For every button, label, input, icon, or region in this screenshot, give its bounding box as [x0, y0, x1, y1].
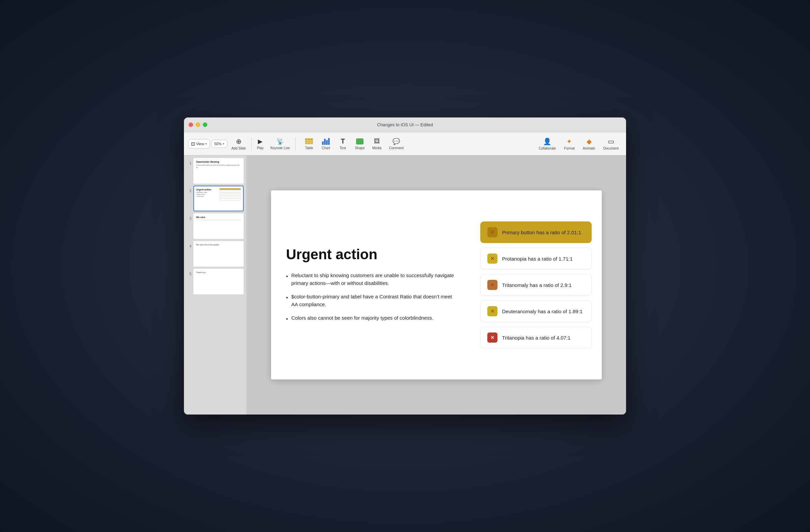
insert-group: Table Chart T Text [301, 136, 407, 151]
slide-number-5: 5 [187, 269, 191, 276]
slide-thumb-wrapper-1: 1 Stakeholder Meeting Lorem ipsum dolor … [187, 158, 244, 184]
keynote-live-button[interactable]: 📡 Keynote Live [268, 136, 293, 151]
slide-number-1: 1 [187, 158, 191, 165]
ratio-x-icon-3: ✕ [487, 280, 498, 290]
window-title: Changes to iOS UI — Edited [377, 122, 433, 127]
slide-panel: 1 Stakeholder Meeting Lorem ipsum dolor … [184, 155, 246, 415]
play-button[interactable]: ▶ Play [255, 136, 266, 151]
table-button[interactable]: Table [301, 136, 317, 151]
bullet-dot-1: • [286, 272, 288, 287]
comment-button[interactable]: 💬 Comment [386, 136, 407, 151]
shape-label: Shape [355, 146, 365, 150]
slide-number-3: 3 [187, 213, 191, 221]
text-label: Text [340, 146, 346, 150]
minimize-button[interactable] [196, 123, 200, 127]
slide4-title: We want this to be quality. [196, 244, 241, 246]
ratio-card-4: ✕ Deuteranomaly has a ratio of 1.89:1 [480, 301, 592, 322]
slide-thumb-wrapper-5: 5 Thank you. [187, 269, 244, 294]
play-label: Play [257, 146, 263, 150]
view-label: View [196, 142, 204, 146]
close-button[interactable] [189, 123, 193, 127]
add-slide-label: Add Slide [231, 146, 246, 150]
divider-1 [252, 137, 252, 150]
collaborate-button[interactable]: 👤 Collaborate [535, 136, 559, 151]
ratio-label-5: Tritanopia has a ratio of 4.07:1 [502, 335, 571, 341]
slide-thumbnail-5[interactable]: Thank you. [193, 269, 244, 294]
comment-label: Comment [389, 146, 404, 150]
slide-number-4: 4 [187, 241, 191, 248]
main-content: 1 Stakeholder Meeting Lorem ipsum dolor … [184, 155, 626, 415]
bullet-item-2: • $color-button-primary and label have a… [286, 293, 455, 308]
bullet-text-2: $color-button-primary and label have a C… [291, 293, 455, 308]
keynote-live-label: Keynote Live [270, 146, 290, 150]
slide-canvas: Urgent action • Reluctant to ship knowin… [271, 190, 602, 380]
ratio-x-icon-4: ✕ [487, 306, 498, 316]
bullet-dot-3: • [286, 315, 288, 323]
slide-thumbnail-1[interactable]: Stakeholder Meeting Lorem ipsum dolor si… [193, 158, 244, 184]
document-button[interactable]: ▭ Document [600, 136, 622, 151]
format-button[interactable]: ✦ Format [561, 136, 578, 151]
keynote-window: Changes to iOS UI — Edited ⊡ View ▾ 50% … [184, 117, 626, 415]
slide-main-title: Urgent action [286, 247, 455, 262]
slide-number-2: 2 [187, 186, 191, 193]
view-button[interactable]: ⊡ View ▾ [188, 139, 210, 148]
ratio-card-5: ✕ Tritanopia has a ratio of 4.07:1 [480, 327, 592, 348]
animate-button[interactable]: ◆ Animate [580, 136, 599, 151]
slide3-title: We care. [196, 216, 241, 219]
add-slide-button[interactable]: ⊕ Add Slide [229, 136, 249, 151]
slide-thumbnail-3[interactable]: We care. [193, 213, 244, 239]
ratio-label-1: Primary button has a ratio of 2.01:1 [502, 229, 581, 235]
ratio-card-3: ✕ Tritanomaly has a ratio of 2.9:1 [480, 274, 592, 296]
media-button[interactable]: 🖼 Media [369, 136, 385, 151]
maximize-button[interactable] [203, 123, 207, 127]
bullet-dot-2: • [286, 294, 288, 308]
media-label: Media [372, 146, 382, 150]
document-label: Document [603, 146, 619, 150]
canvas-area: Urgent action • Reluctant to ship knowin… [246, 155, 626, 415]
bullet-text-3: Colors also cannot be seen for majority … [291, 314, 455, 323]
toolbar: ⊡ View ▾ 50% ▾ ⊕ Add Slide ▶ Play 📡 Keyn… [184, 132, 626, 155]
slide-thumbnail-4[interactable]: We want this to be quality. [193, 241, 244, 267]
slide-left-section: Urgent action • Reluctant to ship knowin… [271, 190, 470, 380]
shape-button[interactable]: Shape [352, 136, 368, 151]
ratio-x-icon-5: ✕ [487, 333, 498, 343]
chart-label: Chart [322, 146, 330, 150]
ratio-label-3: Tritanomaly has a ratio of 2.9:1 [502, 282, 572, 288]
ratio-card-1: ✕ Primary button has a ratio of 2.01:1 [480, 222, 592, 243]
format-label: Format [564, 146, 575, 150]
slide-thumbnail-2[interactable]: Urgent action • Reluctant to ship... • $… [193, 186, 244, 211]
slide-right-section: ✕ Primary button has a ratio of 2.01:1 ✕… [470, 190, 602, 380]
slide5-title: Thank you. [196, 271, 241, 273]
slide-thumb-wrapper-3: 3 We care. [187, 213, 244, 239]
slide-thumb-wrapper-2: 2 Urgent action • Reluctant to ship... •… [187, 186, 244, 211]
slide1-subtitle: Lorem ipsum dolor sit amet consectetur a… [196, 164, 241, 169]
bullet-item-1: • Reluctant to ship knowing customers ar… [286, 272, 455, 287]
bullet-item-3: • Colors also cannot be seen for majorit… [286, 314, 455, 323]
slide2-mini-title: Urgent action [196, 188, 218, 191]
slide-thumb-wrapper-4: 4 We want this to be quality. [187, 241, 244, 267]
ratio-label-4: Deuteranomaly has a ratio of 1.89:1 [502, 308, 583, 314]
slide1-title: Stakeholder Meeting [196, 161, 241, 163]
bullet-text-1: Reluctant to ship knowing customers are … [291, 272, 455, 287]
traffic-lights [189, 123, 207, 127]
animate-label: Animate [583, 146, 595, 150]
chart-button[interactable]: Chart [318, 136, 334, 151]
right-toolbar: 👤 Collaborate ✦ Format ◆ Animate ▭ Docum… [535, 136, 622, 151]
titlebar: Changes to iOS UI — Edited [184, 117, 626, 132]
zoom-button[interactable]: 50% ▾ [211, 140, 227, 148]
divider-2 [295, 137, 296, 150]
bullet-list: • Reluctant to ship knowing customers ar… [286, 272, 455, 323]
ratio-card-2: ✕ Protanopia has a ratio of 1.71:1 [480, 248, 592, 269]
text-button[interactable]: T Text [335, 136, 351, 151]
ratio-x-icon-2: ✕ [487, 254, 498, 264]
zoom-label: 50% [214, 142, 222, 146]
ratio-x-icon-1: ✕ [487, 227, 498, 237]
collaborate-label: Collaborate [539, 146, 556, 150]
table-label: Table [305, 146, 313, 150]
ratio-label-2: Protanopia has a ratio of 1.71:1 [502, 256, 573, 262]
